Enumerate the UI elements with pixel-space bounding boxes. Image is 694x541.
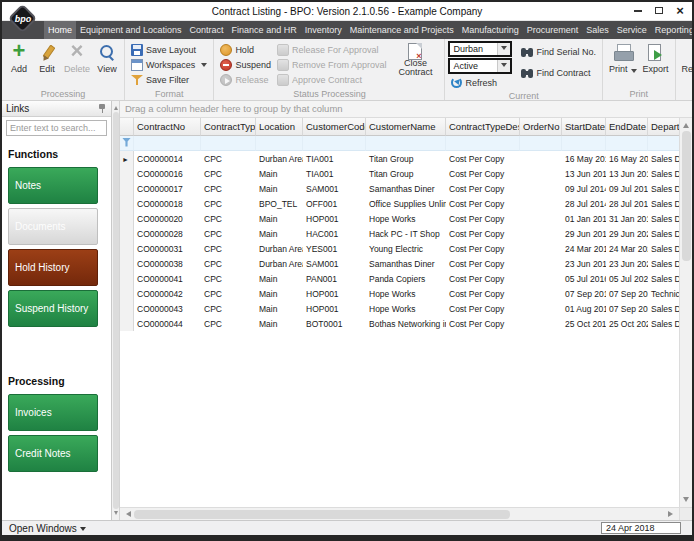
filter-row bbox=[120, 136, 679, 151]
tab-reporting[interactable]: Reporting bbox=[651, 21, 692, 39]
scroll-up-icon[interactable] bbox=[683, 120, 689, 128]
status-bar: Open Windows 24 Apr 2018 bbox=[2, 520, 692, 535]
ribbon-group-label-status-processing: Status Processing bbox=[217, 88, 441, 100]
table-row[interactable]: CO0000038CPCDurban AreaSAM001Samanthas D… bbox=[120, 256, 679, 271]
filter-cell-customername[interactable] bbox=[366, 136, 446, 151]
scrollbar-thumb[interactable] bbox=[113, 112, 119, 509]
add-icon bbox=[9, 43, 29, 63]
grid-horizontal-scrollbar[interactable] bbox=[120, 507, 679, 520]
column-header-contracttypedesc[interactable]: ContractTypeDesc bbox=[446, 118, 520, 136]
tab-service[interactable]: Service bbox=[613, 21, 651, 39]
table-row[interactable]: CO0000017CPCMainSAM001Samanthas DinerCos… bbox=[120, 181, 679, 196]
table-row[interactable]: CO0000043CPCMainHOP001Hope WorksCost Per… bbox=[120, 301, 679, 316]
table-cell: TIA001 bbox=[303, 151, 366, 166]
table-row[interactable]: CO0000041CPCMainPAN001Panda CopiersCost … bbox=[120, 271, 679, 286]
ribbon-button-save-layout[interactable]: Save Layout bbox=[128, 42, 210, 57]
tab-manufacturing[interactable]: Manufacturing bbox=[458, 21, 523, 39]
scroll-left-icon[interactable] bbox=[123, 511, 131, 517]
status-col-1: HoldSuspendRelease bbox=[217, 40, 274, 88]
ribbon-button-save-filter[interactable]: Save Filter bbox=[128, 72, 210, 87]
ribbon-button-find-contract[interactable]: Find Contract bbox=[518, 65, 599, 80]
table-cell: SAM001 bbox=[303, 256, 366, 271]
ribbon-button-view[interactable]: View bbox=[93, 40, 121, 88]
table-cell: 13 Jun 2019 bbox=[606, 166, 648, 181]
status-filter-combo[interactable]: Active bbox=[448, 58, 512, 74]
column-header-enddate[interactable]: EndDate bbox=[606, 118, 648, 136]
ribbon-button-export[interactable]: Export bbox=[640, 40, 672, 88]
table-row[interactable]: CO0000014CPCDurban AreaTIA001Titan Group… bbox=[120, 151, 679, 166]
ribbon-button-refresh[interactable]: Refresh bbox=[448, 75, 512, 90]
search-input[interactable] bbox=[6, 120, 107, 136]
open-windows-button[interactable]: Open Windows bbox=[2, 523, 93, 534]
table-row[interactable]: CO0000028CPCMainHAC001Hack PC - IT ShopC… bbox=[120, 226, 679, 241]
table-row[interactable]: CO0000020CPCMainHOP001Hope WorksCost Per… bbox=[120, 211, 679, 226]
status-filter-dropdown[interactable] bbox=[497, 60, 510, 72]
filter-cell-contractno[interactable] bbox=[134, 136, 201, 151]
tab-contract[interactable]: Contract bbox=[186, 21, 228, 39]
tab-equipment-and-locations[interactable]: Equipment and Locations bbox=[76, 21, 186, 39]
scroll-up-icon[interactable] bbox=[114, 104, 118, 110]
scrollbar-thumb[interactable] bbox=[682, 131, 691, 261]
maximize-button[interactable] bbox=[650, 3, 668, 18]
table-cell: Main bbox=[256, 211, 303, 226]
column-header-customername[interactable]: CustomerName bbox=[366, 118, 446, 136]
filter-cell-contracttypedesc[interactable] bbox=[446, 136, 520, 151]
scroll-right-icon[interactable] bbox=[668, 511, 676, 517]
column-header-contractno[interactable]: ContractNo bbox=[134, 118, 201, 136]
ribbon-button-suspend[interactable]: Suspend bbox=[217, 57, 274, 72]
sidebar-item-credit-notes[interactable]: Credit Notes bbox=[8, 435, 98, 472]
sidebar-item-notes[interactable]: Notes bbox=[8, 167, 98, 204]
sidebar-scrollbar[interactable] bbox=[112, 101, 120, 520]
ribbon-button-find-serial-no[interactable]: Find Serial No. bbox=[518, 44, 599, 59]
ribbon-button-close-contract[interactable]: Close Contract bbox=[389, 40, 441, 88]
table-row[interactable]: CO0000042CPCMainHOP001Hope WorksCost Per… bbox=[120, 286, 679, 301]
minimize-button[interactable] bbox=[629, 3, 647, 18]
filter-cell-startdate[interactable] bbox=[562, 136, 606, 151]
tab-home[interactable]: Home bbox=[44, 21, 76, 39]
column-header-contracttype[interactable]: ContractType bbox=[201, 118, 256, 136]
table-cell: Sales Department bbox=[648, 241, 679, 256]
pin-icon[interactable] bbox=[98, 103, 107, 114]
grid-vertical-scrollbar[interactable] bbox=[679, 118, 692, 507]
filter-cell-orderno[interactable] bbox=[520, 136, 562, 151]
tab-inventory[interactable]: Inventory bbox=[301, 21, 346, 39]
table-row[interactable]: CO0000018CPCBPO_TELOFF001Office Supplies… bbox=[120, 196, 679, 211]
filter-icon bbox=[122, 138, 131, 147]
column-header-customercode[interactable]: CustomerCode bbox=[303, 118, 366, 136]
tab-maintenance-and-projects[interactable]: Maintenance and Projects bbox=[346, 21, 458, 39]
column-header-startdate[interactable]: StartDate bbox=[562, 118, 606, 136]
tab-finance-and-hr[interactable]: Finance and HR bbox=[228, 21, 301, 39]
ribbon-button-hold[interactable]: Hold bbox=[217, 42, 274, 57]
ribbon-button-reports[interactable]: Reports bbox=[679, 40, 692, 88]
tab-procurement[interactable]: Procurement bbox=[523, 21, 583, 39]
sidebar-item-hold-history[interactable]: Hold History bbox=[8, 249, 98, 286]
sidebar-item-invoices[interactable]: Invoices bbox=[8, 394, 98, 431]
sidebar-item-documents[interactable]: Documents bbox=[8, 208, 98, 245]
scroll-down-icon[interactable] bbox=[114, 511, 118, 517]
ribbon-button-print[interactable]: Print bbox=[606, 40, 640, 88]
group-by-hint[interactable]: Drag a column header here to group by th… bbox=[120, 101, 692, 118]
table-row[interactable]: CO0000031CPCDurban AreaYES001Young Elect… bbox=[120, 241, 679, 256]
filter-cell-enddate[interactable] bbox=[606, 136, 648, 151]
filter-cell-customercode[interactable] bbox=[303, 136, 366, 151]
table-cell: Technical bbox=[648, 286, 679, 301]
table-row[interactable]: CO0000044CPCMainBOT0001Bothas Networking… bbox=[120, 316, 679, 331]
filter-cell-departmentname[interactable] bbox=[648, 136, 679, 151]
tab-sales[interactable]: Sales bbox=[582, 21, 613, 39]
table-row[interactable]: CO0000016CPCMainTIA001Titan GroupCost Pe… bbox=[120, 166, 679, 181]
column-header-location[interactable]: Location bbox=[256, 118, 303, 136]
column-header-orderno[interactable]: OrderNo bbox=[520, 118, 562, 136]
column-header-departmentname[interactable]: DepartmentName bbox=[648, 118, 679, 136]
date-field[interactable]: 24 Apr 2018 bbox=[601, 522, 681, 534]
ribbon-button-add[interactable]: Add bbox=[5, 40, 33, 88]
site-filter-combo[interactable]: Durban bbox=[448, 41, 512, 57]
filter-cell-contracttype[interactable] bbox=[201, 136, 256, 151]
sidebar-item-suspend-history[interactable]: Suspend History bbox=[8, 290, 98, 327]
scrollbar-thumb[interactable] bbox=[134, 510, 510, 519]
site-filter-dropdown[interactable] bbox=[497, 43, 510, 55]
ribbon-button-workspaces[interactable]: Workspaces bbox=[128, 57, 210, 72]
ribbon-button-edit[interactable]: Edit bbox=[33, 40, 61, 88]
filter-cell-location[interactable] bbox=[256, 136, 303, 151]
scroll-down-icon[interactable] bbox=[683, 497, 689, 505]
close-button[interactable] bbox=[671, 3, 689, 18]
